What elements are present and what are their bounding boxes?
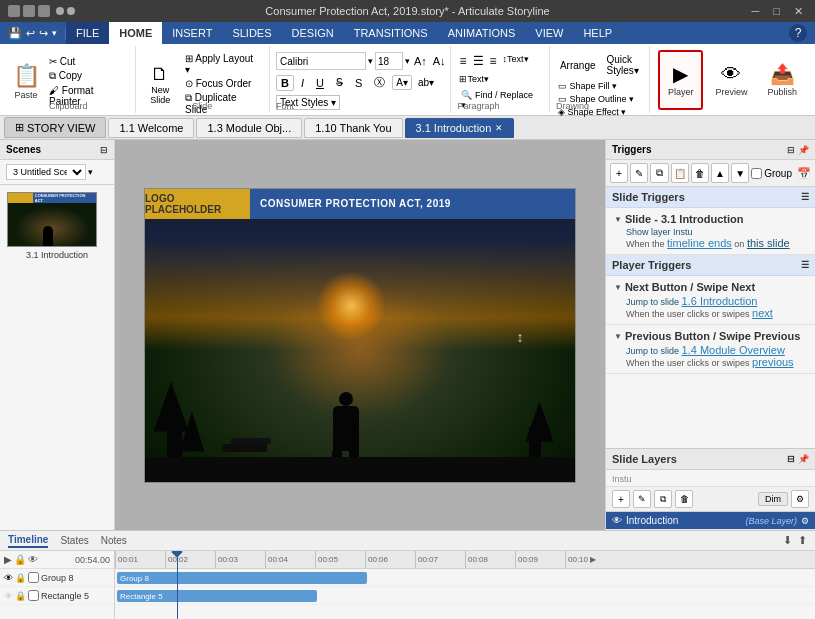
tab-transitions[interactable]: TRANSITIONS: [344, 22, 438, 44]
focus-order-button[interactable]: ⊙ Focus Order: [182, 77, 263, 90]
trigger-down-btn[interactable]: ▼: [731, 163, 749, 183]
tab-help[interactable]: HELP: [573, 22, 622, 44]
timeline-play-btn[interactable]: ▶: [4, 554, 12, 565]
preview-button[interactable]: 👁 Preview: [707, 50, 755, 110]
strikethrough-button[interactable]: S̶: [331, 74, 348, 91]
calendar-icon[interactable]: 📅: [797, 167, 811, 180]
align-left-btn[interactable]: ≡: [457, 52, 468, 70]
timeline-ends-link[interactable]: timeline ends: [667, 237, 732, 249]
new-slide-button[interactable]: 🗋 NewSlide: [142, 58, 179, 110]
trigger-new-btn[interactable]: +: [610, 163, 628, 183]
group-checkbox[interactable]: [751, 168, 762, 179]
paste-button[interactable]: 📋 Paste: [8, 56, 44, 108]
copy-button[interactable]: ⧉ Copy: [46, 69, 129, 83]
layers-pin-btn[interactable]: 📌: [798, 454, 809, 464]
trigger-copy-btn[interactable]: ⧉: [650, 163, 668, 183]
slide-16-link[interactable]: 1.6 Introduction: [682, 295, 758, 307]
layer-visibility-icon[interactable]: 👁: [612, 515, 622, 526]
slide-trigger-title[interactable]: ▼ Slide - 3.1 Introduction: [614, 213, 807, 225]
layer-edit-btn[interactable]: ✎: [633, 490, 651, 508]
tab-design[interactable]: DESIGN: [282, 22, 344, 44]
triggers-pin-btn[interactable]: 📌: [798, 145, 809, 155]
timeline-row-rect5[interactable]: 👁 🔒 Rectangle 5: [0, 587, 114, 605]
publish-button[interactable]: 📤 Publish: [759, 50, 805, 110]
qat-dropdown-btn[interactable]: ▾: [52, 28, 57, 38]
quick-styles-btn[interactable]: QuickStyles▾: [603, 52, 643, 78]
layer-item[interactable]: 👁 Introduction (Base Layer) ⚙: [606, 512, 815, 530]
align-right-btn[interactable]: ≡: [488, 52, 499, 70]
cut-button[interactable]: ✂ Cut: [46, 55, 129, 68]
states-tab[interactable]: States: [60, 535, 88, 546]
text-highlight-btn[interactable]: ab▾: [414, 75, 438, 90]
timeline-expand-btn[interactable]: ⬆: [798, 534, 807, 547]
trigger-delete-btn[interactable]: 🗑: [691, 163, 709, 183]
tab-slides[interactable]: SLIDES: [222, 22, 281, 44]
slide-tab-welcome[interactable]: 1.1 Welcome: [108, 118, 194, 138]
save-qat-btn[interactable]: 💾: [8, 27, 22, 40]
trigger-edit-btn[interactable]: ✎: [630, 163, 648, 183]
bold-button[interactable]: B: [276, 75, 294, 91]
close-btn[interactable]: ✕: [790, 5, 807, 18]
tab-view[interactable]: VIEW: [525, 22, 573, 44]
layer-delete-btn[interactable]: 🗑: [675, 490, 693, 508]
slide-thumbnail[interactable]: CONSUMER PROTECTION ACT 3.1 Introduction: [0, 185, 114, 267]
timeline-eye-btn[interactable]: 👁: [28, 554, 38, 565]
slide-tab-introduction[interactable]: 3.1 Introduction ✕: [405, 118, 515, 138]
story-view-tab[interactable]: ⊞STORY VIEW: [4, 117, 106, 138]
trigger-paste-btn[interactable]: 📋: [671, 163, 689, 183]
decrease-font-btn[interactable]: A↓: [431, 55, 448, 67]
font-name-dropdown[interactable]: [276, 52, 366, 70]
triggers-collapse-btn[interactable]: ⊟: [787, 145, 795, 155]
trigger-up-btn[interactable]: ▲: [711, 163, 729, 183]
increase-font-btn[interactable]: A↑: [412, 55, 429, 67]
italic-button[interactable]: I: [296, 75, 309, 91]
slide-layers-header[interactable]: Slide Layers ⊟ 📌: [606, 448, 815, 470]
tab-close-icon[interactable]: ✕: [495, 123, 503, 133]
player-button[interactable]: ▶ Player: [658, 50, 704, 110]
timeline-row-group8[interactable]: 👁 🔒 Group 8: [0, 569, 114, 587]
next-link[interactable]: next: [752, 307, 773, 319]
help-icon[interactable]: ?: [789, 24, 807, 42]
tab-file[interactable]: FILE: [66, 22, 109, 44]
timeline-tab[interactable]: Timeline: [8, 534, 48, 548]
previous-link[interactable]: previous: [752, 356, 794, 368]
clear-format-button[interactable]: Ⓧ: [369, 73, 390, 92]
track-block-rect5[interactable]: Rectangle 5: [117, 590, 317, 602]
text-direction-btn[interactable]: ↕Text▾: [501, 52, 531, 70]
scene-dropdown[interactable]: 3 Untitled Scene: [6, 164, 86, 180]
maximize-btn[interactable]: □: [769, 5, 784, 17]
align-text-btn[interactable]: ⊞Text▾: [457, 72, 491, 86]
scenes-collapse-btn[interactable]: ⊟: [100, 145, 108, 155]
shadow-button[interactable]: S: [350, 75, 367, 91]
dim-button[interactable]: Dim: [758, 492, 788, 506]
redo-qat-btn[interactable]: ↪: [39, 27, 48, 40]
layer-copy-btn[interactable]: ⧉: [654, 490, 672, 508]
apply-layout-button[interactable]: ⊞ Apply Layout ▾: [182, 52, 263, 76]
scene-dropdown-arrow[interactable]: ▾: [88, 167, 93, 177]
arrange-btn[interactable]: Arrange: [556, 58, 600, 73]
track-block-group8[interactable]: Group 8: [117, 572, 367, 584]
track-row-rect5[interactable]: Rectangle 5: [115, 587, 815, 605]
player-triggers-header[interactable]: Player Triggers ☰: [606, 255, 815, 276]
slide-triggers-header[interactable]: Slide Triggers ☰: [606, 187, 815, 208]
align-center-btn[interactable]: ☰: [471, 52, 486, 70]
next-trigger-title[interactable]: ▼ Next Button / Swipe Next: [614, 281, 807, 293]
timeline-export-btn[interactable]: ⬇: [783, 534, 792, 547]
layer-add-btn[interactable]: +: [612, 490, 630, 508]
minimize-btn[interactable]: ─: [748, 5, 764, 17]
tab-home[interactable]: HOME: [109, 22, 162, 44]
slide-14-link[interactable]: 1.4 Module Overview: [682, 344, 785, 356]
layer-settings-icon[interactable]: ⚙: [801, 516, 809, 526]
prev-trigger-title[interactable]: ▼ Previous Button / Swipe Previous: [614, 330, 807, 342]
track-row-group8[interactable]: Group 8: [115, 569, 815, 587]
notes-tab[interactable]: Notes: [101, 535, 127, 546]
underline-button[interactable]: U: [311, 75, 329, 91]
undo-qat-btn[interactable]: ↩: [26, 27, 35, 40]
tab-insert[interactable]: INSERT: [162, 22, 222, 44]
font-color-btn[interactable]: A▾: [392, 75, 412, 90]
layers-collapse-btn[interactable]: ⊟: [787, 454, 795, 464]
shape-fill-btn[interactable]: ▭ Shape Fill ▾: [556, 80, 643, 92]
this-slide-link[interactable]: this slide: [747, 237, 790, 249]
tab-animations[interactable]: ANIMATIONS: [438, 22, 526, 44]
font-size-input[interactable]: [375, 52, 403, 70]
